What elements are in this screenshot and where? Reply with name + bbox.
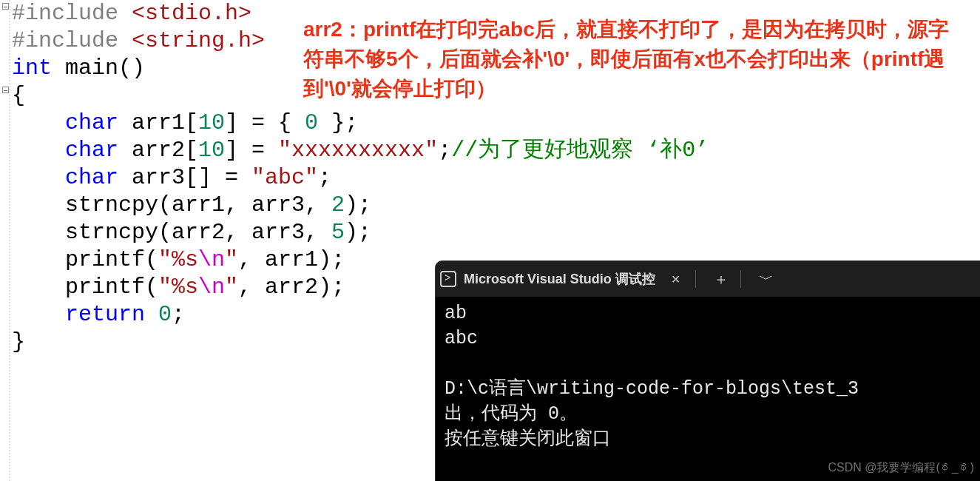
kw-char: char [65, 165, 118, 190]
escape-seq: \n [198, 247, 225, 272]
pp-directive: #include [12, 28, 118, 53]
escape-seq: \n [198, 275, 225, 300]
string-literal: "abc" [251, 165, 318, 190]
code-line-5[interactable]: char arr1[10] = { 0 }; [0, 110, 980, 137]
divider [695, 270, 696, 288]
gutter [0, 0, 10, 481]
code-line-8[interactable]: strncpy(arr1, arr3, 2); [0, 192, 980, 219]
fn-printf: printf [65, 275, 145, 300]
comment: //为了更好地观察 ‘补0’ [451, 138, 709, 163]
space [118, 1, 132, 26]
plus-icon[interactable]: ＋ [706, 264, 736, 294]
code-line-9[interactable]: strncpy(arr2, arr3, 5); [0, 219, 980, 246]
kw-int: int [12, 56, 52, 81]
fn-strncpy: strncpy [65, 220, 158, 245]
out-line-1: ab [445, 303, 467, 324]
out-line-5: 出，代码为 0。 [445, 403, 578, 425]
fold-icon[interactable] [2, 87, 9, 93]
terminal-icon [440, 271, 456, 287]
fold-icon[interactable] [2, 3, 9, 10]
kw-char: char [65, 138, 118, 163]
code-line-6[interactable]: char arr2[10] = "xxxxxxxxxx";//为了更好地观察 ‘… [0, 137, 980, 164]
header-file: <string.h> [132, 28, 265, 53]
fn-main: main [52, 56, 118, 81]
fn-printf: printf [65, 247, 145, 272]
fn-strncpy: strncpy [65, 192, 158, 218]
id-arr1: arr1 [118, 110, 185, 135]
header-file: <stdio.h> [132, 1, 251, 26]
close-icon[interactable]: × [661, 264, 691, 294]
id-arr3: arr3 [118, 165, 185, 190]
brace-close: } [12, 329, 25, 354]
string-literal: "xxxxxxxxxx" [278, 138, 438, 163]
brace-open: { [12, 83, 25, 108]
terminal-output[interactable]: ab abc D:\c语言\writing-code-for-blogs\tes… [436, 297, 980, 481]
kw-char: char [65, 110, 118, 135]
terminal-window: Microsoft Visual Studio 调试控 × ＋ ﹀ ab abc… [435, 260, 980, 481]
parens: () [118, 56, 145, 81]
space [118, 28, 132, 53]
out-line-6: 按任意键关闭此窗口 [445, 428, 611, 450]
code-line-7[interactable]: char arr3[] = "abc"; [0, 164, 980, 192]
divider [740, 270, 741, 288]
window-title: Microsoft Visual Studio 调试控 [464, 270, 655, 288]
id-arr2: arr2 [118, 138, 185, 163]
kw-return: return [65, 302, 145, 327]
watermark: CSDN @我要学编程(ಥ_ಥ) [828, 460, 974, 476]
titlebar[interactable]: Microsoft Visual Studio 调试控 × ＋ ﹀ [436, 261, 980, 297]
out-line-2: abc [445, 328, 478, 349]
out-line-4: D:\c语言\writing-code-for-blogs\test_3 [445, 378, 859, 400]
chevron-down-icon[interactable]: ﹀ [751, 264, 781, 294]
pp-directive: #include [12, 1, 118, 26]
annotation-text: arr2：printf在打印完abc后，就直接不打印了，是因为在拷贝时，源字符串… [303, 15, 969, 104]
